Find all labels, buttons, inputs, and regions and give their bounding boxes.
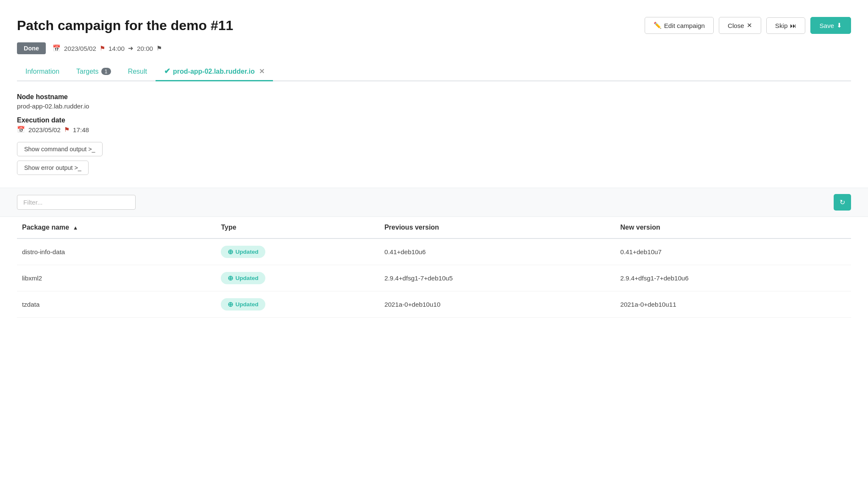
exec-calendar-icon: 📅 — [17, 126, 25, 133]
exec-date-row: 📅 2023/05/02 ⚑ 17:48 — [17, 126, 851, 133]
date-info: 📅 2023/05/02 ⚑ 14:00 ➜ 20:00 ⚑ — [53, 44, 162, 52]
tab-close-icon[interactable]: ✕ — [259, 67, 264, 75]
arrow-icon: ➜ — [128, 44, 134, 52]
edit-icon: ✏️ — [654, 22, 662, 29]
tab-node[interactable]: ✔ prod-app-02.lab.rudder.io ✕ — [156, 63, 273, 81]
cell-package-name: libxml2 — [17, 265, 216, 291]
packages-table-section: Package name ▲ Type Previous version New… — [0, 217, 868, 318]
node-detail-content: Node hostname prod-app-02.lab.rudder.io … — [17, 93, 851, 179]
col-previous-version: Previous version — [379, 217, 615, 238]
exec-time-value: 17:48 — [73, 126, 89, 133]
table-row: distro-info-data ⊕ Updated 0.41+deb10u6 … — [17, 238, 851, 265]
cell-type: ⊕ Updated — [216, 291, 379, 318]
updated-badge: ⊕ Updated — [221, 298, 265, 311]
cell-new-version: 0.41+deb10u7 — [615, 238, 851, 265]
cell-new-version: 2.9.4+dfsg1-7+deb10u6 — [615, 265, 851, 291]
cell-new-version: 2021a-0+deb10u11 — [615, 291, 851, 318]
header-actions: ✏️ Edit campaign Close ✕ Skip ⏭ Save ⬇ — [645, 17, 851, 34]
sort-icon: ▲ — [73, 225, 78, 231]
col-new-version: New version — [615, 217, 851, 238]
done-badge: Done — [17, 42, 46, 54]
table-row: tzdata ⊕ Updated 2021a-0+deb10u10 2021a-… — [17, 291, 851, 318]
cell-type: ⊕ Updated — [216, 238, 379, 265]
close-icon: ✕ — [747, 22, 752, 29]
page-title: Patch campaign for the demo #11 — [17, 18, 233, 33]
filter-input[interactable] — [17, 195, 136, 210]
save-button[interactable]: Save ⬇ — [810, 17, 851, 34]
flag-start-icon: ⚑ — [100, 44, 105, 52]
table-row: libxml2 ⊕ Updated 2.9.4+dfsg1-7+deb10u5 … — [17, 265, 851, 291]
time-end: 20:00 — [137, 45, 153, 52]
col-package-name[interactable]: Package name ▲ — [17, 217, 216, 238]
tab-targets[interactable]: Targets 1 — [68, 63, 120, 81]
tab-information[interactable]: Information — [17, 63, 68, 81]
check-icon: ✔ — [164, 67, 170, 76]
close-button[interactable]: Close ✕ — [719, 17, 761, 34]
filter-section: ↻ — [0, 188, 868, 217]
skip-icon: ⏭ — [790, 22, 796, 29]
updated-badge: ⊕ Updated — [221, 272, 265, 284]
status-row: Done 📅 2023/05/02 ⚑ 14:00 ➜ 20:00 ⚑ — [17, 42, 851, 54]
time-start: 14:00 — [108, 45, 125, 52]
tab-result[interactable]: Result — [120, 63, 156, 81]
packages-table: Package name ▲ Type Previous version New… — [17, 217, 851, 318]
updated-badge: ⊕ Updated — [221, 246, 265, 258]
up-icon: ⊕ — [228, 274, 233, 282]
edit-campaign-button[interactable]: ✏️ Edit campaign — [645, 17, 714, 34]
date-value: 2023/05/02 — [64, 45, 96, 52]
exec-date-label: Execution date — [17, 116, 851, 124]
col-type: Type — [216, 217, 379, 238]
cell-previous-version: 2.9.4+dfsg1-7+deb10u5 — [379, 265, 615, 291]
hostname-label: Node hostname — [17, 93, 851, 101]
cell-previous-version: 0.41+deb10u6 — [379, 238, 615, 265]
tabs: Information Targets 1 Result ✔ prod-app-… — [17, 63, 851, 81]
cell-package-name: tzdata — [17, 291, 216, 318]
table-header-row: Package name ▲ Type Previous version New… — [17, 217, 851, 238]
flag-end-icon: ⚑ — [156, 44, 162, 52]
show-command-output-button[interactable]: Show command output >_ — [17, 142, 103, 156]
exec-date-value: 2023/05/02 — [28, 126, 61, 133]
exec-flag-icon: ⚑ — [64, 126, 70, 133]
show-error-output-button[interactable]: Show error output >_ — [17, 161, 89, 175]
cell-package-name: distro-info-data — [17, 238, 216, 265]
refresh-icon: ↻ — [840, 198, 845, 206]
hostname-value: prod-app-02.lab.rudder.io — [17, 103, 851, 110]
cell-previous-version: 2021a-0+deb10u10 — [379, 291, 615, 318]
cell-type: ⊕ Updated — [216, 265, 379, 291]
calendar-icon: 📅 — [53, 44, 61, 52]
refresh-button[interactable]: ↻ — [834, 194, 851, 211]
targets-badge: 1 — [101, 68, 111, 75]
up-icon: ⊕ — [228, 300, 233, 308]
skip-button[interactable]: Skip ⏭ — [766, 17, 806, 34]
up-icon: ⊕ — [228, 248, 233, 256]
save-icon: ⬇ — [837, 22, 842, 29]
